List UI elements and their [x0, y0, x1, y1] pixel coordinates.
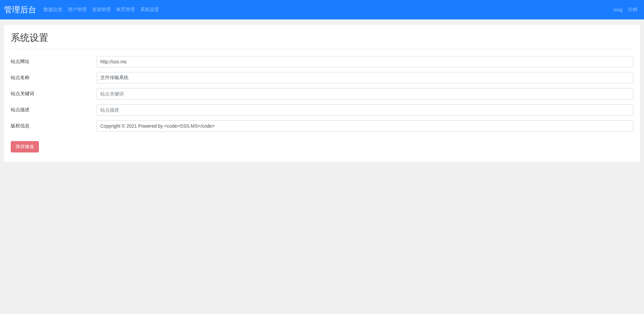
save-button[interactable]: 保存修改	[11, 141, 39, 152]
label-site-description: 站点描述	[11, 107, 97, 113]
label-site-url: 站点网址	[11, 59, 97, 65]
label-site-keywords: 站点关键词	[11, 91, 97, 97]
navbar-user[interactable]: long	[611, 4, 625, 15]
nav-link-user-management[interactable]: 用户管理	[68, 4, 87, 15]
nav-link-data-overview[interactable]: 数据总览	[44, 4, 62, 15]
navbar: 管理后台 数据总览 用户管理 资源管理 单页管理 系统设置 long 注销	[0, 0, 644, 19]
input-site-url[interactable]	[97, 56, 633, 67]
input-site-description[interactable]	[97, 104, 633, 116]
nav-link-resource-management[interactable]: 资源管理	[92, 4, 111, 15]
navbar-logout[interactable]: 注销	[625, 4, 640, 15]
input-site-name[interactable]	[97, 72, 633, 83]
form-row-site-url: 站点网址	[11, 56, 633, 67]
form-row-copyright: 版权信息	[11, 120, 633, 132]
form-row-site-description: 站点描述	[11, 104, 633, 116]
nav-item-page-management: 单页管理	[113, 4, 138, 15]
settings-form: 站点网址 站点名称 站点关键词 站点描述 版权信息 保存修改	[11, 56, 633, 152]
main-container: 系统设置 站点网址 站点名称 站点关键词 站点描述 版权信息	[0, 19, 644, 167]
input-copyright[interactable]	[97, 120, 633, 132]
form-row-site-keywords: 站点关键词	[11, 88, 633, 100]
nav-item-data-overview: 数据总览	[41, 4, 65, 15]
navbar-right: long 注销	[611, 4, 640, 15]
nav-link-system-settings[interactable]: 系统设置	[140, 4, 159, 15]
form-row-site-name: 站点名称	[11, 72, 633, 83]
navbar-brand[interactable]: 管理后台	[4, 4, 41, 15]
nav-link-page-management[interactable]: 单页管理	[116, 4, 135, 15]
nav-item-resource-management: 资源管理	[89, 4, 113, 15]
label-site-name: 站点名称	[11, 75, 97, 81]
label-copyright: 版权信息	[11, 123, 97, 129]
nav-item-user-management: 用户管理	[65, 4, 89, 15]
settings-card: 系统设置 站点网址 站点名称 站点关键词 站点描述 版权信息	[4, 25, 640, 162]
navbar-nav: 数据总览 用户管理 资源管理 单页管理 系统设置	[41, 4, 162, 15]
page-title: 系统设置	[11, 32, 633, 49]
input-site-keywords[interactable]	[97, 88, 633, 100]
navbar-left: 管理后台 数据总览 用户管理 资源管理 单页管理 系统设置	[4, 4, 162, 15]
nav-item-system-settings: 系统设置	[138, 4, 162, 15]
